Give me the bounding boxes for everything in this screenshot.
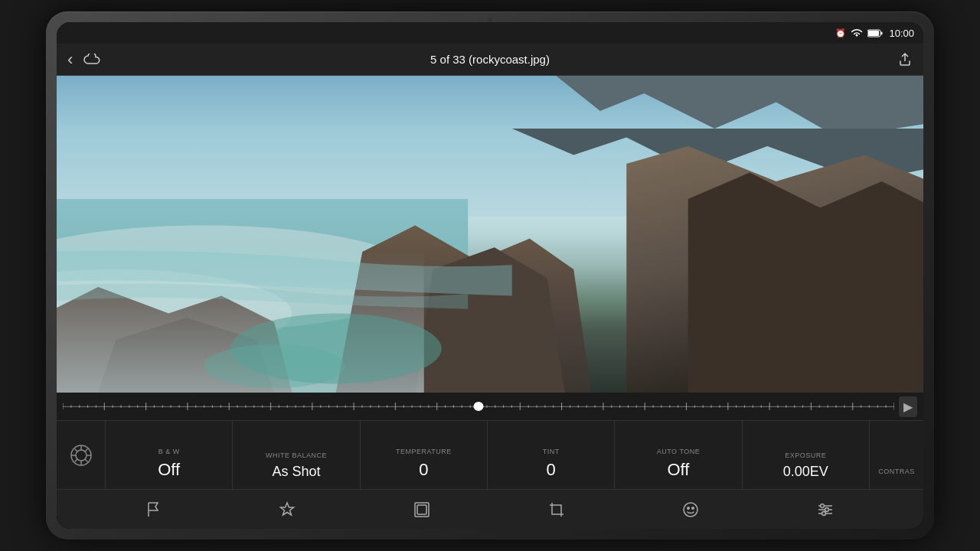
- alarm-icon: ⏰: [835, 28, 846, 38]
- svg-rect-1: [881, 31, 883, 34]
- auto-tone-value: Off: [668, 460, 690, 480]
- exposure-label: EXPOSURE: [785, 452, 826, 459]
- contrast-control[interactable]: CONTRAS: [870, 421, 923, 489]
- temperature-label: TEMPERATURE: [396, 448, 452, 455]
- ruler-ticks[interactable]: [63, 399, 894, 414]
- cloud-button[interactable]: [83, 54, 100, 66]
- sliders-icon: [817, 501, 834, 518]
- svg-line-122: [74, 458, 77, 461]
- tablet-screen: ⏰ 10:00: [57, 22, 923, 529]
- svg-rect-124: [417, 505, 426, 514]
- wifi-icon: [851, 28, 863, 37]
- tablet-camera: [488, 18, 492, 22]
- bw-label: B & W: [158, 448, 180, 455]
- temperature-control[interactable]: TEMPERATURE 0: [361, 421, 488, 489]
- svg-point-126: [688, 507, 689, 508]
- face-icon: [682, 501, 699, 518]
- status-icons: ⏰ 10:00: [835, 28, 914, 39]
- share-button[interactable]: [897, 52, 913, 67]
- flag-icon: [146, 501, 162, 518]
- tint-value: 0: [547, 460, 556, 480]
- time-display: 10:00: [889, 28, 914, 39]
- crop-button[interactable]: [548, 501, 565, 518]
- photo-scene: [57, 76, 923, 393]
- back-button[interactable]: ‹: [67, 50, 73, 70]
- svg-point-131: [821, 504, 825, 507]
- white-balance-label: WHITE BALANCE: [266, 452, 327, 459]
- status-bar: ⏰ 10:00: [57, 22, 923, 44]
- face-button[interactable]: [682, 501, 699, 518]
- frames-button[interactable]: [413, 501, 430, 518]
- svg-rect-2: [868, 31, 879, 36]
- star-icon: [279, 501, 296, 518]
- auto-tone-control[interactable]: AUTO TONE Off: [615, 421, 742, 489]
- ruler-arrow[interactable]: ▶: [899, 396, 917, 417]
- sliders-button[interactable]: [817, 501, 834, 518]
- svg-line-121: [84, 448, 87, 452]
- tint-control[interactable]: TINT 0: [488, 421, 615, 489]
- camera-lens-icon[interactable]: [57, 421, 106, 489]
- svg-line-120: [84, 458, 87, 461]
- temperature-value: 0: [419, 460, 428, 480]
- top-bar-right: [851, 52, 913, 67]
- bw-value: Off: [158, 460, 180, 480]
- auto-tone-label: AUTO TONE: [657, 448, 701, 455]
- exposure-value: 0.00EV: [783, 464, 828, 480]
- svg-point-125: [684, 503, 697, 517]
- ruler-strip[interactable]: ▶: [57, 393, 923, 420]
- crop-icon: [548, 501, 565, 518]
- white-balance-value: As Shot: [272, 464, 320, 480]
- ruler-line: [63, 406, 894, 407]
- bw-control[interactable]: B & W Off: [106, 421, 233, 489]
- svg-point-9: [204, 344, 345, 389]
- svg-point-133: [822, 511, 826, 515]
- tint-label: TINT: [543, 448, 560, 455]
- photo-svg: [57, 76, 923, 393]
- flag-button[interactable]: [146, 501, 162, 518]
- aperture-icon: [69, 443, 93, 468]
- top-bar: ‹ 5 of 33 (rockycoast.jpg): [57, 44, 923, 76]
- svg-point-127: [692, 507, 694, 508]
- frames-icon: [413, 501, 430, 518]
- top-bar-left: ‹: [67, 50, 129, 70]
- photo-title: 5 of 33 (rockycoast.jpg): [129, 53, 851, 66]
- bottom-toolbar: [57, 489, 923, 529]
- photo-area: [57, 76, 923, 393]
- white-balance-control[interactable]: WHITE BALANCE As Shot: [233, 421, 360, 489]
- contrast-label: CONTRAS: [878, 468, 915, 475]
- star-button[interactable]: [279, 501, 296, 518]
- svg-line-119: [74, 448, 77, 452]
- battery-icon: [867, 29, 883, 37]
- tablet-device: ⏰ 10:00: [46, 11, 934, 540]
- controls-bar: B & W Off WHITE BALANCE As Shot TEMPERAT…: [57, 420, 923, 489]
- exposure-control[interactable]: EXPOSURE 0.00EV: [743, 421, 870, 489]
- svg-point-132: [825, 507, 829, 511]
